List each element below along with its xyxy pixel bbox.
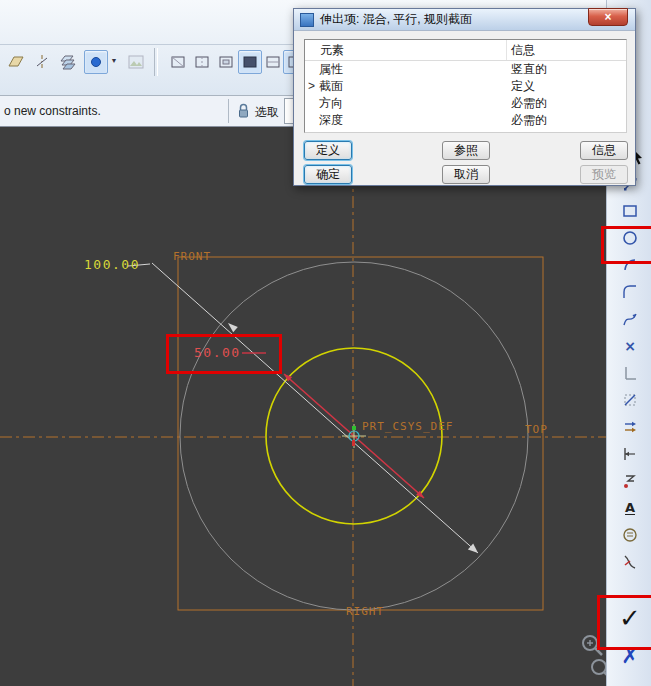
annotation-box-done-button bbox=[597, 595, 651, 650]
csys-label[interactable]: PRT_CSYS_DEF bbox=[362, 420, 453, 433]
dimension-icon bbox=[621, 445, 639, 463]
rectangle-tool-button[interactable] bbox=[615, 198, 645, 224]
app-window: ▼ bbox=[0, 0, 651, 686]
top-plane-label[interactable]: TOP bbox=[525, 423, 548, 436]
current-row-marker: > bbox=[305, 78, 319, 95]
palette-tool-button[interactable] bbox=[615, 522, 645, 548]
dialog-titlebar[interactable]: 伸出项: 混合, 平行, 规则截面 × bbox=[294, 9, 635, 31]
info-button[interactable]: 信息 bbox=[580, 141, 628, 160]
datum-display-icon bbox=[264, 53, 282, 71]
modify-tool-button[interactable] bbox=[615, 468, 645, 494]
header-element: 元素 bbox=[305, 40, 507, 60]
dimension-100[interactable]: 100.00 bbox=[84, 257, 140, 272]
display-toggle-1-button[interactable] bbox=[166, 50, 190, 74]
blend-feature-dialog: 伸出项: 混合, 平行, 规则截面 × 元素 信息 属性 竖直的 > 截面 定义… bbox=[293, 8, 636, 186]
point-x-icon: × bbox=[624, 338, 636, 354]
trim-tool-button[interactable] bbox=[615, 549, 645, 575]
header-info: 信息 bbox=[507, 40, 626, 60]
table-row[interactable]: 深度 必需的 bbox=[305, 112, 626, 129]
table-header: 元素 信息 bbox=[305, 40, 626, 61]
ok-button[interactable]: 确定 bbox=[304, 165, 352, 184]
text-a-icon: A bbox=[625, 501, 635, 515]
point-tool-button-sk[interactable]: × bbox=[615, 333, 645, 359]
dimension-tool-button[interactable] bbox=[615, 441, 645, 467]
point-dropdown-arrow[interactable]: ▼ bbox=[109, 57, 119, 64]
cancel-button[interactable]: 取消 bbox=[442, 165, 490, 184]
right-plane-label[interactable]: RIGHT bbox=[346, 605, 384, 618]
csys-tool-button[interactable] bbox=[615, 360, 645, 386]
dialog-title: 伸出项: 混合, 平行, 规则截面 bbox=[320, 11, 472, 28]
diagonal-arrowhead-mid bbox=[228, 323, 238, 332]
sketch-stack-icon bbox=[59, 53, 77, 71]
trim-icon bbox=[621, 553, 639, 571]
dialog-window-icon bbox=[300, 13, 314, 27]
datum-axis-button[interactable] bbox=[30, 50, 54, 74]
display-toggle-4-button[interactable] bbox=[261, 50, 285, 74]
fillet-icon bbox=[621, 283, 639, 301]
spline-tool-button[interactable] bbox=[615, 306, 645, 332]
status-separator bbox=[228, 99, 229, 123]
fillet-tool-button[interactable] bbox=[615, 279, 645, 305]
toolbar-separator bbox=[154, 48, 158, 76]
modify-icon bbox=[621, 472, 639, 490]
datum-axis-icon bbox=[33, 53, 51, 71]
table-row-current[interactable]: > 截面 定义 bbox=[305, 78, 626, 95]
csys-icon bbox=[621, 364, 639, 382]
datum-plane-icon bbox=[7, 53, 25, 71]
use-edge-icon bbox=[621, 391, 639, 409]
element-table: 元素 信息 属性 竖直的 > 截面 定义 方向 必需的 深度 必需的 bbox=[304, 39, 627, 133]
image-icon bbox=[127, 53, 145, 71]
hidden-line-icon bbox=[193, 53, 211, 71]
display-style-active-button[interactable] bbox=[238, 50, 262, 74]
annotation-box-circle-tool bbox=[601, 226, 651, 264]
select-dialog-title: 选取 bbox=[255, 104, 279, 121]
use-edge-tool-button[interactable] bbox=[615, 387, 645, 413]
offset-tool-button[interactable] bbox=[615, 414, 645, 440]
refs-button[interactable]: 参照 bbox=[442, 141, 490, 160]
point-tool-button[interactable] bbox=[84, 50, 108, 74]
text-tool-button[interactable]: A bbox=[615, 495, 645, 521]
wireframe-icon bbox=[169, 53, 187, 71]
spline-icon bbox=[621, 310, 639, 328]
point-icon bbox=[87, 53, 105, 71]
datum-plane-button[interactable] bbox=[4, 50, 28, 74]
shaded-icon bbox=[241, 53, 259, 71]
table-row[interactable]: 方向 必需的 bbox=[305, 95, 626, 112]
pan-tool-icon[interactable] bbox=[592, 660, 606, 679]
sketch-boundary-rect[interactable] bbox=[178, 257, 543, 610]
message-text: o new constraints. bbox=[4, 104, 101, 118]
filter-lock-icon[interactable] bbox=[236, 102, 252, 120]
no-hidden-icon bbox=[217, 53, 235, 71]
front-plane-label[interactable]: FRONT bbox=[173, 250, 211, 263]
close-button[interactable]: × bbox=[588, 8, 628, 26]
annotation-box-dimension-50 bbox=[166, 334, 282, 374]
diagonal-line-entity[interactable] bbox=[152, 263, 478, 553]
palette-icon bbox=[621, 526, 639, 544]
display-toggle-2-button[interactable] bbox=[190, 50, 214, 74]
preview-button: 预览 bbox=[580, 165, 628, 184]
define-button[interactable]: 定义 bbox=[304, 141, 352, 160]
graphics-area[interactable]: 100.00 50.00 FRONT TOP RIGHT PRT_CSYS_DE… bbox=[0, 127, 606, 686]
offset-icon bbox=[621, 418, 639, 436]
rectangle-icon bbox=[621, 202, 639, 220]
sketch-stack-button[interactable] bbox=[56, 50, 80, 74]
table-row[interactable]: 属性 竖直的 bbox=[305, 61, 626, 78]
display-toggle-3-button[interactable] bbox=[214, 50, 238, 74]
image-button[interactable] bbox=[124, 50, 148, 74]
